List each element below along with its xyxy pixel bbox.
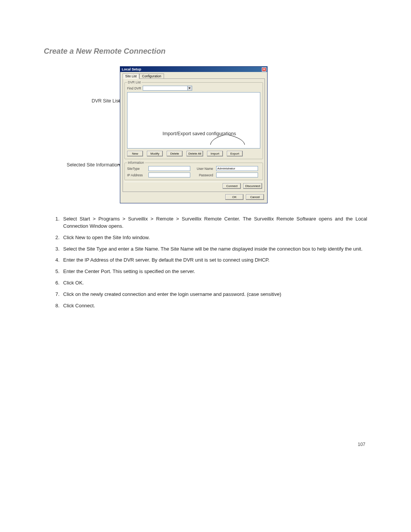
window-title: Local Setup (122, 67, 141, 71)
step-6: Click OK. (61, 280, 367, 287)
password-input[interactable] (216, 173, 258, 177)
modify-button[interactable]: Modify (147, 151, 163, 157)
find-dvr-label: Find DVR (127, 86, 141, 90)
step-1: Select Start > Programs > Surveillix > R… (61, 216, 367, 230)
dvr-list-fieldset: DVR List Find DVR New Modify Delete (124, 80, 263, 159)
ok-button[interactable]: OK (225, 194, 244, 200)
disconnect-button[interactable]: Disconnect (243, 183, 262, 189)
connect-button[interactable]: Connect (223, 183, 241, 189)
step-8: Click Connect. (61, 302, 367, 310)
ip-address-input[interactable] (148, 173, 190, 177)
page-number: 107 (358, 442, 365, 447)
user-name-input[interactable]: Administrator (216, 166, 258, 171)
cancel-button[interactable]: Cancel (246, 194, 264, 200)
import-button[interactable]: Import (207, 151, 223, 157)
tab-site-list[interactable]: Site List (123, 73, 139, 79)
step-4: Enter the IP Address of the DVR server. … (61, 257, 367, 264)
information-legend: Information (127, 161, 145, 165)
user-name-label: User Name (193, 167, 213, 171)
dvr-list-legend: DVR List (127, 80, 142, 84)
site-type-label: SiteType (127, 167, 145, 171)
tab-strip: Site List Configuration (123, 73, 265, 79)
window-titlebar: Local Setup × (120, 67, 267, 72)
new-button[interactable]: New (127, 151, 143, 157)
find-dvr-dropdown[interactable] (143, 86, 192, 91)
tab-configuration[interactable]: Configuration (139, 73, 164, 79)
callout-dvr-site-list: DVR Site List (92, 98, 120, 104)
callout-curve (207, 135, 253, 146)
export-button[interactable]: Export (227, 151, 243, 157)
close-icon[interactable]: × (262, 67, 266, 72)
page-heading: Create a New Remote Connection (44, 47, 367, 56)
step-5: Enter the Center Port. This setting is s… (61, 268, 367, 275)
site-type-input[interactable] (148, 166, 190, 171)
delete-all-button[interactable]: Delete All (186, 151, 203, 157)
step-7: Click on the newly created connection an… (61, 291, 367, 298)
information-fieldset: Information SiteType User Name Administr… (124, 161, 263, 180)
ip-address-label: IP Address (127, 173, 145, 177)
chevron-down-icon[interactable] (187, 86, 192, 90)
step-2: Click New to open the Site Info window. (61, 234, 367, 241)
password-label: Password (193, 173, 213, 177)
step-3: Select the Site Type and enter a Site Na… (61, 246, 367, 253)
callout-selected-site: Selected Site Information (67, 162, 120, 168)
instructions-list: Select Start > Programs > Surveillix > R… (44, 216, 367, 310)
delete-button[interactable]: Delete (167, 151, 183, 157)
